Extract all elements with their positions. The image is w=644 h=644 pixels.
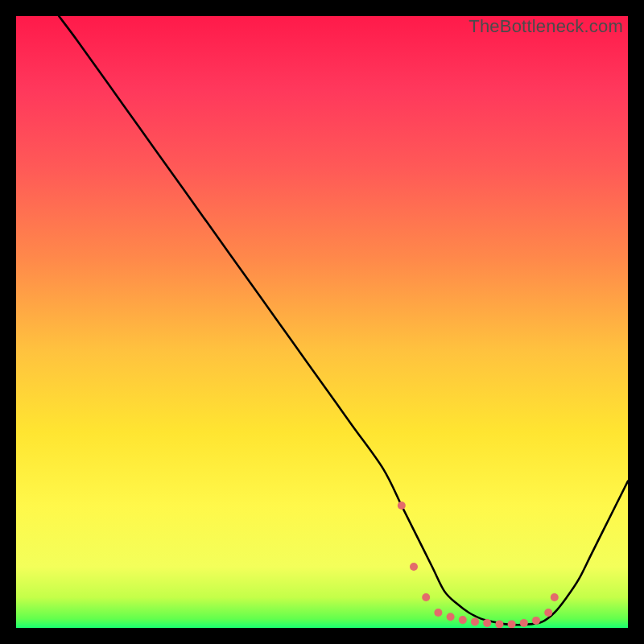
optimal-dot xyxy=(422,593,430,601)
optimal-dot xyxy=(508,620,516,628)
optimal-dot xyxy=(544,609,552,617)
chart-svg xyxy=(16,16,628,628)
watermark-text: TheBottleneck.com xyxy=(469,16,623,37)
bottleneck-curve xyxy=(59,16,628,625)
optimal-range-markers xyxy=(398,502,559,628)
optimal-dot xyxy=(434,609,442,617)
optimal-dot xyxy=(471,617,479,625)
optimal-dot xyxy=(398,502,406,510)
optimal-dot xyxy=(410,563,418,571)
optimal-dot xyxy=(483,619,491,627)
optimal-dot xyxy=(532,617,540,625)
optimal-dot xyxy=(495,620,503,628)
chart-frame: TheBottleneck.com xyxy=(16,16,628,628)
optimal-dot xyxy=(447,613,455,621)
optimal-dot xyxy=(551,593,559,601)
optimal-dot xyxy=(520,619,528,627)
optimal-dot xyxy=(459,616,467,624)
